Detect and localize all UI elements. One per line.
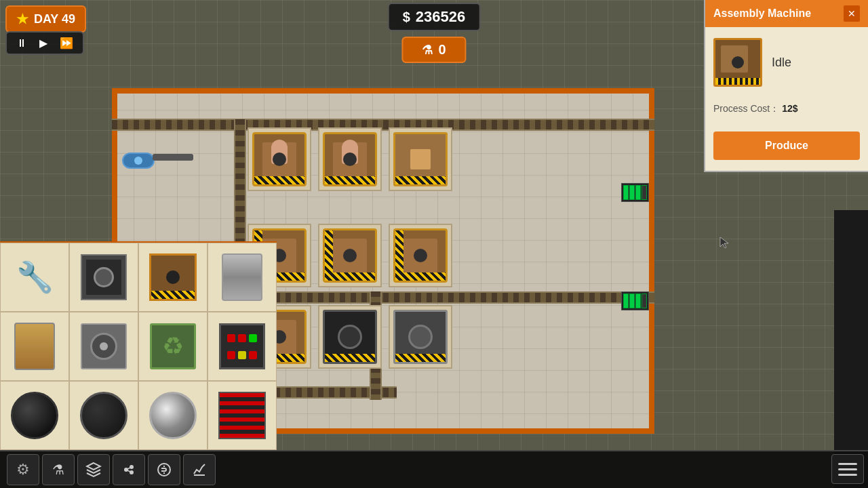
worker-figure [271, 140, 288, 164]
bottom-toolbar: ⚙ ⚗ [0, 450, 868, 488]
battery-cell-1 [623, 185, 629, 200]
control-panel-icon [219, 323, 265, 369]
science-display: ⚗ 0 [401, 37, 466, 63]
assembly-panel-title: Assembly Machine [713, 7, 811, 20]
palette-item-recycler[interactable]: ♻ [138, 312, 208, 381]
led-red-1 [227, 334, 235, 342]
settings-button[interactable]: ⚙ [7, 454, 39, 485]
day-counter: ★ DAY 49 [5, 5, 86, 33]
hazard-stripe-8 [325, 354, 375, 362]
palette-item-ball[interactable] [138, 381, 208, 450]
process-cost-value: 12$ [782, 103, 797, 114]
right-panel-bg [834, 210, 868, 488]
battery-cell-7 [635, 293, 641, 308]
assembly-machine-6 [393, 228, 448, 283]
palette-item-wrench[interactable]: 🔧 [0, 243, 69, 312]
palette-grid: 🔧 [0, 243, 275, 450]
fast-forward-button[interactable]: ⏩ [57, 35, 76, 51]
dark-circle-icon [80, 392, 127, 439]
mach-assembly-icon [149, 253, 197, 301]
assembly-machine-5 [323, 228, 377, 283]
device-left [122, 152, 155, 169]
hazard-stripe-3 [395, 176, 446, 184]
hazard-stripe-6 [395, 272, 446, 281]
led-green-1 [249, 334, 257, 342]
machine-thumbnail [713, 38, 762, 87]
currency-icon: $ [403, 9, 410, 25]
palette-item-control-panel[interactable] [208, 312, 277, 381]
palette-item-assembly[interactable] [138, 243, 208, 312]
palette-item-striped[interactable] [208, 381, 277, 450]
budget-button[interactable] [148, 454, 180, 485]
thumbnail-stripe [715, 78, 760, 85]
palette-item-gear[interactable] [69, 312, 138, 381]
machine-cell-6[interactable] [389, 224, 452, 287]
hazard-stripe-5 [325, 272, 375, 281]
day-label: DAY 49 [34, 12, 75, 26]
star-icon: ★ [16, 11, 28, 27]
assembly-panel: Assembly Machine ✕ Idle Process Cost： 12… [704, 0, 868, 172]
assembly-machine-preview: Idle [713, 38, 860, 87]
item-palette: 🔧 [0, 241, 277, 450]
produce-button[interactable]: Produce [713, 131, 860, 160]
recycle-icon: ♻ [162, 332, 184, 361]
battery-cell-8 [642, 293, 647, 308]
assembly-panel-header: Assembly Machine ✕ [705, 0, 868, 27]
led-red-3 [227, 351, 235, 359]
money-display: $ 236526 [388, 3, 481, 31]
machine-status: Idle [772, 56, 791, 70]
wall-right [649, 88, 654, 434]
battery-cell-5 [623, 293, 629, 308]
assembly-machine-2 [323, 132, 377, 186]
speed-controls[interactable]: ⏸ ▶ ⏩ [5, 31, 84, 55]
battery-indicator-1 [621, 183, 649, 202]
science-button[interactable]: ⚗ [42, 454, 75, 485]
led-red-2 [238, 334, 246, 342]
hamburger-line-3 [838, 474, 857, 476]
ball-icon [149, 392, 197, 439]
hamburger-menu[interactable] [831, 454, 864, 484]
assembly-panel-close-button[interactable]: ✕ [844, 5, 860, 22]
process-cost-label: Process Cost： [713, 103, 779, 114]
machine-cell-8[interactable] [318, 305, 382, 369]
assembly-machine-1 [252, 132, 307, 186]
assembly-panel-body: Idle Process Cost： 12$ Produce [705, 27, 868, 171]
resources-button[interactable] [113, 454, 145, 485]
mach-tank-icon [14, 323, 55, 370]
hamburger-line-1 [838, 463, 857, 465]
hazard-stripe-9 [395, 354, 446, 362]
flask-icon: ⚗ [422, 43, 433, 58]
palette-item-cylinder[interactable] [208, 243, 277, 312]
process-cost-row: Process Cost： 12$ [713, 103, 860, 115]
machine-cell-3[interactable] [389, 127, 452, 191]
led-yellow-1 [238, 351, 246, 359]
charts-button[interactable] [183, 454, 216, 485]
play-button[interactable]: ▶ [37, 35, 50, 51]
machine-cell-1[interactable] [248, 127, 311, 191]
hamburger-line-2 [838, 468, 857, 470]
battery-cell-6 [629, 293, 635, 308]
palette-item-dark-circle[interactable] [69, 381, 138, 450]
pause-button[interactable]: ⏸ [14, 36, 30, 51]
game-world: ★ DAY 49 ⏸ ▶ ⏩ $ 236526 ⚗ 0 Assembly Mac… [0, 0, 868, 488]
svg-point-5 [158, 464, 170, 476]
battery-cell-empty [642, 185, 647, 200]
striped-icon [218, 392, 266, 439]
hazard-stripe-2 [325, 176, 375, 184]
led-red-4 [249, 351, 257, 359]
cube-button[interactable] [77, 454, 110, 485]
hazard-stripe [254, 176, 304, 184]
machine-cell-2[interactable] [318, 127, 382, 191]
black-circle-icon [11, 392, 58, 439]
connector-piece [153, 154, 193, 161]
mach-green-box-icon: ♻ [150, 323, 196, 369]
machine-cell-5[interactable] [318, 224, 382, 287]
palette-item-conveyor[interactable] [69, 243, 138, 312]
machine-cell-9[interactable] [389, 305, 452, 369]
palette-item-tank[interactable] [0, 312, 69, 381]
wall-top [112, 88, 654, 94]
battery-cell-3 [635, 185, 641, 200]
palette-item-black-circle[interactable] [0, 381, 69, 450]
mach-cylinder-icon [222, 253, 262, 301]
battery-cell-2 [629, 185, 635, 200]
